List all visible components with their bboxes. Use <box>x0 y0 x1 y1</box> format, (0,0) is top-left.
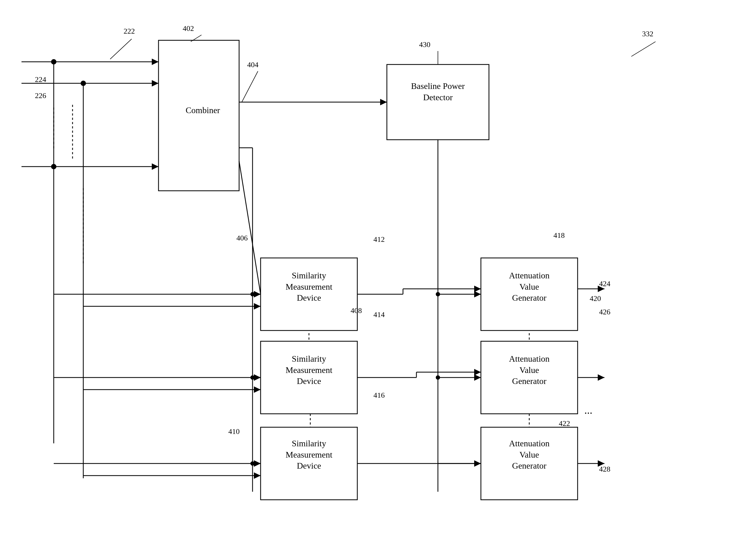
svg-marker-42 <box>474 286 481 292</box>
ref-426: 426 <box>599 308 610 316</box>
svg-marker-67 <box>254 472 261 479</box>
svg-marker-46 <box>474 369 481 375</box>
svg-marker-8 <box>152 58 159 65</box>
svg-marker-9 <box>152 80 159 87</box>
attenuation-generator-3-label: AttenuationValueGenerator <box>482 438 576 472</box>
svg-line-73 <box>110 39 132 59</box>
ref-226: 226 <box>35 91 46 100</box>
svg-point-54 <box>436 292 440 296</box>
svg-marker-65 <box>254 303 261 310</box>
ref-430: 430 <box>419 40 430 49</box>
svg-marker-69 <box>254 374 261 381</box>
ref-428: 428 <box>599 465 610 473</box>
svg-marker-70 <box>254 460 261 467</box>
svg-line-77 <box>242 71 258 102</box>
svg-point-5 <box>51 59 56 64</box>
svg-marker-10 <box>152 163 159 170</box>
ref-402: 402 <box>183 24 194 33</box>
ref-414: 414 <box>373 310 385 319</box>
ref-424: 424 <box>599 279 610 288</box>
ref-412: 412 <box>373 235 385 244</box>
similarity-device-2-label: SimilarityMeasurementDevice <box>262 353 356 387</box>
svg-line-74 <box>631 41 655 56</box>
ref-404: 404 <box>247 60 259 69</box>
combiner-label: Combiner <box>167 105 239 116</box>
ref-420: 420 <box>590 294 601 303</box>
baseline-power-detector-label: Baseline PowerDetector <box>388 81 488 103</box>
ref-416: 416 <box>373 391 385 400</box>
svg-marker-36 <box>474 374 481 381</box>
svg-marker-22 <box>380 99 387 105</box>
ref-408: 408 <box>350 306 362 315</box>
ref-410: 410 <box>228 427 240 436</box>
svg-point-55 <box>436 375 440 380</box>
attenuation-generator-1-label: AttenuationValueGenerator <box>482 270 576 304</box>
ref-418: 418 <box>554 231 565 240</box>
svg-point-7 <box>51 164 56 169</box>
ref-332: 332 <box>642 30 653 38</box>
ref-422: 422 <box>559 419 570 428</box>
svg-marker-68 <box>254 291 261 297</box>
ref-224: 224 <box>35 75 46 84</box>
ref-406: 406 <box>236 234 248 242</box>
svg-point-6 <box>81 81 86 86</box>
ref-222: 222 <box>123 27 135 36</box>
svg-marker-34 <box>474 291 481 297</box>
svg-marker-66 <box>254 386 261 393</box>
svg-line-24 <box>239 161 261 294</box>
similarity-device-1-label: SimilarityMeasurementDevice <box>262 270 356 304</box>
similarity-device-3-label: SimilarityMeasurementDevice <box>262 438 356 472</box>
attenuation-generator-2-label: AttenuationValueGenerator <box>482 353 576 387</box>
svg-marker-51 <box>598 374 604 381</box>
